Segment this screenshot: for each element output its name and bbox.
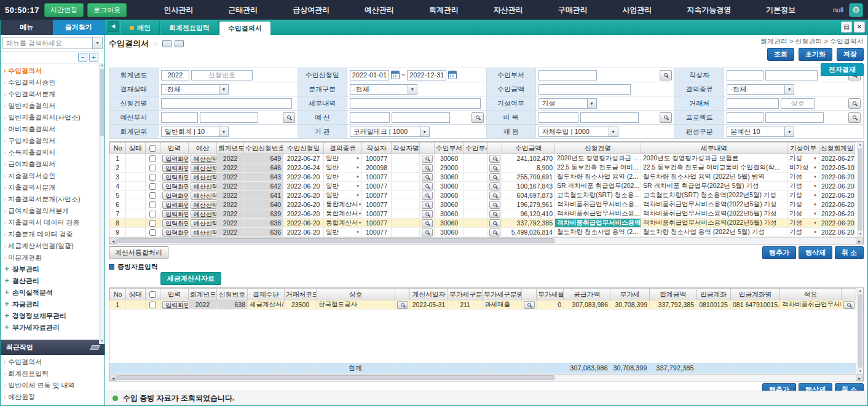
table-row[interactable]: 5입력화면예산선택20226412022-06-20일반▼10007730060… [110,191,855,200]
calendar-icon[interactable] [391,71,400,79]
grid-vertical-scrollbar[interactable]: ▲ ▼ [857,142,863,237]
cell-select[interactable]: 일반▼ [326,163,360,172]
cell-button-입력화면[interactable]: 입력화면 [162,201,189,209]
scrollbar-thumb[interactable] [858,294,862,368]
cell-search-button[interactable] [524,301,535,309]
fiscal-year-input[interactable] [161,70,189,80]
add-row-button[interactable]: 행추가 [762,246,796,259]
row-checkbox[interactable] [149,174,156,181]
cell-search-button[interactable] [422,182,433,190]
income-dept-input[interactable] [539,70,597,80]
column-header[interactable] [487,142,502,154]
cell-button-입력화면[interactable]: 입력화면 [162,164,189,172]
sidebar-item[interactable]: ›지출분개 데이터 검증 [4,228,97,240]
tax-invoice-button[interactable]: 세금계산서자료 [160,272,221,285]
column-header[interactable]: 예산 [189,142,217,154]
cell-search-button[interactable] [489,192,500,200]
sidebar-scrollbar[interactable]: ▲ ▼ [99,63,105,344]
column-header[interactable]: 상호 [317,289,395,300]
budget-dept-search-button[interactable] [283,112,295,123]
row-checkbox[interactable] [149,211,156,217]
detail-input[interactable] [350,98,481,109]
sidebar-group[interactable]: +장부관리 [4,264,97,275]
tab-scroll-left-icon[interactable]: ◀ [108,21,119,32]
delete-row-button[interactable]: 행삭제 [799,383,832,391]
writer-code-input[interactable] [727,70,763,80]
recent-work-item[interactable]: ›회계전표입력 [4,368,102,380]
sidebar-group[interactable]: +손익실적분석 [4,287,97,299]
cell-button-입력화면[interactable]: 입력화면 [162,210,189,218]
scroll-down-icon[interactable]: ▼ [858,232,863,237]
sum-row[interactable]: 합계307,083,98630,708,399337,792,385 [109,363,856,374]
sidebar-item[interactable]: ›급여지출결의서 [4,158,97,170]
recent-work-item[interactable]: ›예산원장 [4,391,102,403]
sidebar-item[interactable]: ›일반지출결의서(사업소) [4,112,97,123]
cell-button-입력화면[interactable]: 입력화면 [162,192,189,200]
column-header[interactable]: 수입부서 [435,142,464,154]
column-header[interactable]: 기성여부 [787,142,819,154]
topnav-item-구매관리[interactable]: 구매관리 [553,5,593,15]
cell-select[interactable]: 일반▼ [326,182,360,190]
cell-search-button[interactable] [489,219,500,227]
topnav-item-자산관리[interactable]: 자산관리 [489,5,528,15]
scrollbar-thumb[interactable] [858,148,862,231]
cell-select[interactable]: 통합계산서▼ [326,219,360,227]
cell-search-button[interactable] [489,228,500,236]
expense-item-code-input[interactable] [539,112,578,123]
select-all-checkbox[interactable] [149,291,156,298]
column-header[interactable] [395,289,410,300]
gear-icon[interactable]: ⚙ [849,3,863,17]
gisung-select[interactable]: 기성▼ [539,98,597,109]
screen-icon[interactable] [162,40,172,47]
topnav-item-인사관리[interactable]: 인사관리 [159,5,198,15]
sidebar-item[interactable]: ›지출결의서분개(사업소) [4,193,97,205]
tab-수입결의서[interactable]: 수입결의서 [219,21,271,35]
cell-select[interactable]: 기성▼ [789,191,817,200]
scroll-left-icon[interactable]: ◀ [109,375,117,381]
cell-search-button[interactable] [489,210,500,218]
approval-status-select[interactable]: -전체-▼ [161,84,229,95]
sidebar-item[interactable]: ›일반지출결의서 [4,100,97,112]
column-header[interactable]: 결의종류 [324,142,362,154]
reset-button[interactable]: 초기화 [799,48,832,61]
column-header[interactable]: 입금계좌명 [731,289,780,300]
table-row[interactable]: 4입력화면예산선택20226422022-06-20일반▼10007730060… [110,182,855,191]
income-amount-input[interactable] [539,84,631,95]
cell-select[interactable]: 기성▼ [789,154,817,163]
date-from-input[interactable] [350,70,389,80]
column-header[interactable]: 신청회계일 [819,142,855,154]
column-header[interactable]: 수입금액 [502,142,555,154]
search-button[interactable]: 조회 [767,48,794,61]
collapse-all-button[interactable]: − [78,53,87,62]
sidebar-item[interactable]: ›지출결의서 데이터 검증 [4,217,97,228]
column-header[interactable]: 부가세율 [537,289,564,300]
column-header[interactable]: 신청건명 [555,142,641,154]
sidebar-item[interactable]: ›수입결의서 [4,65,97,77]
clear-recent-icon[interactable] [90,345,100,350]
decision-type-select[interactable]: -전체-▼ [727,84,794,95]
topnav-item-회계관리[interactable]: 회계관리 [424,5,464,15]
row-checkbox[interactable] [149,302,156,308]
sidebar-group[interactable]: +자금관리 [4,299,97,310]
sidebar-tab-menu[interactable]: 메뉴 [1,20,53,35]
column-header[interactable]: 부가세구분명 [483,289,522,300]
sidebar-group[interactable]: +부가세자료관리 [4,322,97,334]
grid-horizontal-scrollbar[interactable]: ◀ ▶ [109,374,863,381]
column-header[interactable]: No [110,289,126,300]
cell-select[interactable]: 기성▼ [789,182,817,190]
project-name-input[interactable] [765,112,824,123]
budget-code-input[interactable] [350,112,390,123]
table-row[interactable]: 6입력화면예산선택20226402022-06-20통합계산서▼10007730… [110,200,855,209]
close-icon[interactable]: ✕ [854,21,865,33]
sidebar-item[interactable]: ›여비지출결의서 [4,123,97,135]
scrollbar-thumb[interactable] [117,238,554,243]
cell-select[interactable]: 기성▼ [789,209,817,218]
sidebar-item[interactable]: ›급여지출결의서분개 [4,205,97,217]
cell-button-예산선택[interactable]: 예산선택 [191,173,217,181]
date-to-input[interactable] [407,70,446,80]
delete-row-button[interactable]: 행삭제 [799,246,832,259]
topnav-item-급상여관리[interactable]: 급상여관리 [288,5,334,15]
scrollbar-thumb[interactable] [100,69,104,136]
column-header[interactable]: 적요 [780,289,842,300]
column-header[interactable]: 합계금액 [650,289,696,300]
